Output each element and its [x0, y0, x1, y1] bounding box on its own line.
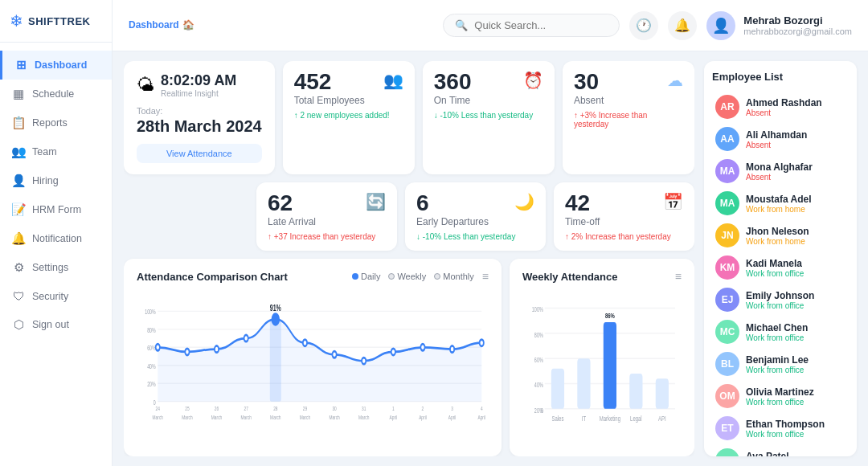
nav-label-hiring: Hiring — [32, 175, 59, 186]
emp-info-5: Kadi Manela Work from office — [746, 258, 804, 278]
legend-monthly[interactable]: Monthly — [434, 272, 474, 281]
sidebar-item-sign-out[interactable]: ⬡ Sign out — [0, 310, 112, 339]
emp-item-10[interactable]: ET Ethan Thompson Work from office — [712, 412, 849, 444]
emp-name-9: Olivia Martinez — [746, 386, 814, 398]
emp-avatar-1: AA — [715, 127, 739, 151]
emp-avatar-0: AR — [715, 95, 739, 119]
emp-item-9[interactable]: OM Olivia Martinez Work from office — [712, 380, 849, 412]
notification-icon: 🔔 — [11, 231, 26, 246]
legend-daily[interactable]: Daily — [352, 272, 380, 281]
weekly-filter-icon[interactable]: ≡ — [675, 270, 682, 283]
sidebar-item-reports[interactable]: 📋 Reports — [0, 108, 112, 137]
emp-item-8[interactable]: BL Benjamin Lee Work from office — [712, 348, 849, 380]
emp-item-7[interactable]: MC Michael Chen Work from office — [712, 316, 849, 348]
search-bar[interactable]: 🔍 — [443, 14, 620, 37]
emp-item-5[interactable]: KM Kadi Manela Work from office — [712, 251, 849, 284]
hiring-icon: 👤 — [11, 174, 26, 188]
sidebar-item-security[interactable]: 🛡 Security — [0, 282, 112, 310]
svg-text:April: April — [477, 413, 485, 421]
user-info[interactable]: 👤 Mehrab Bozorgi mehrabbozorgi@gmail.com — [706, 11, 852, 40]
svg-point-18 — [303, 340, 307, 346]
emp-info-3: Moustafa Adel Work from home — [746, 194, 812, 214]
emp-info-4: Jhon Neleson Work from home — [746, 226, 809, 246]
emp-item-1[interactable]: AA Ali Alhamdan Absent — [712, 123, 849, 155]
svg-text:Sales: Sales — [552, 415, 564, 423]
emp-item-6[interactable]: EJ Emily Johnson Work from office — [712, 284, 849, 316]
svg-text:100%: 100% — [145, 309, 155, 315]
stat-icon-bot-0: 🔄 — [366, 192, 386, 211]
emp-info-7: Michael Chen Work from office — [746, 322, 808, 342]
sidebar-item-notification[interactable]: 🔔 Notification — [0, 224, 112, 253]
svg-text:4: 4 — [481, 404, 483, 411]
svg-point-17 — [272, 314, 279, 325]
stat-card-2: 30 Absent ☁ ↑ +3% Increase than yesterda… — [563, 61, 694, 174]
clock-card: 🌤 8:02:09 AM Realtime Insight Today: 28t… — [124, 61, 275, 174]
emp-info-6: Emily Johnson Work from office — [746, 290, 814, 310]
emp-item-2[interactable]: MA Mona Alghafar Absent — [712, 155, 849, 187]
stat-change-1: ↓ -10% Less than yesterday — [434, 111, 543, 120]
svg-point-24 — [480, 340, 484, 346]
clock-icon-btn[interactable]: 🕐 — [629, 11, 658, 40]
emp-name-6: Emily Johnson — [746, 290, 814, 301]
team-icon: 👥 — [11, 145, 26, 159]
emp-info-11: Ava Patel Work from office — [746, 451, 804, 457]
emp-avatar-6: EJ — [715, 288, 739, 312]
emp-status-1: Absent — [746, 141, 807, 149]
svg-text:March: March — [240, 413, 252, 419]
view-attendance-btn[interactable]: View Attendance — [137, 144, 262, 163]
nav-label-hrm-form: HRM Form — [32, 204, 81, 215]
sidebar-item-schedule[interactable]: ▦ Schedule — [0, 80, 112, 108]
weekly-chart-title: Weekly Attendance — [522, 271, 618, 283]
stat-icon-2: ☁ — [667, 71, 683, 90]
svg-text:0: 0 — [541, 406, 543, 415]
svg-text:80%: 80% — [147, 327, 155, 333]
sidebar-item-team[interactable]: 👥 Team — [0, 137, 112, 166]
sun-icon: 🌤 — [137, 75, 154, 96]
emp-name-8: Benjamin Lee — [746, 354, 809, 366]
sidebar-item-hrm-form[interactable]: 📝 HRM Form — [0, 195, 112, 224]
weekly-chart-card: Weekly Attendance ≡ 100%80%60%40%20%0Sal… — [510, 259, 694, 456]
svg-text:IT: IT — [582, 415, 586, 423]
nav-label-sign-out: Sign out — [32, 319, 69, 330]
svg-text:March: March — [182, 413, 193, 419]
legend-weekly[interactable]: Weekly — [388, 272, 426, 281]
svg-text:March: March — [358, 413, 370, 419]
logo-icon: ❄ — [10, 11, 23, 31]
stat-label-bot-1: Early Departures — [416, 216, 489, 227]
stat-change-0: ↑ 2 new employees added! — [294, 111, 403, 120]
sign-out-icon: ⬡ — [11, 317, 26, 332]
nav-label-schedule: Schedule — [32, 88, 74, 100]
sidebar-item-settings[interactable]: ⚙ Settings — [0, 253, 112, 282]
main-content: 🌤 8:02:09 AM Realtime Insight Today: 28t… — [124, 61, 694, 456]
clock-date: Today: 28th March 2024 — [137, 104, 262, 136]
emp-avatar-7: MC — [715, 320, 739, 344]
emp-info-1: Ali Alhamdan Absent — [746, 129, 807, 149]
bell-icon-btn[interactable]: 🔔 — [668, 11, 697, 40]
search-input[interactable] — [474, 19, 587, 31]
filter-icon[interactable]: ≡ — [482, 270, 489, 283]
sidebar: ❄ SHIFTTREK ⊞ Dashboard▦ Schedule📋 Repor… — [0, 0, 113, 466]
stat-value-1: 360 — [434, 71, 472, 93]
stat-header-bot-2: 42 Time-off 📅 — [565, 192, 683, 227]
svg-text:40%: 40% — [147, 363, 155, 370]
sidebar-item-hiring[interactable]: 👤 Hiring — [0, 166, 112, 195]
nav-label-security: Security — [32, 291, 68, 302]
stats-row-1: 🌤 8:02:09 AM Realtime Insight Today: 28t… — [124, 61, 694, 174]
emp-avatar-5: KM — [715, 255, 739, 280]
svg-text:31: 31 — [362, 404, 366, 411]
reports-icon: 📋 — [11, 116, 26, 130]
sidebar-item-dashboard[interactable]: ⊞ Dashboard — [0, 51, 112, 80]
emp-item-3[interactable]: MA Moustafa Adel Work from home — [712, 187, 849, 219]
logo-text: SHIFTTREK — [28, 15, 90, 27]
svg-text:3: 3 — [451, 404, 453, 411]
stat-card-bottom-0: 62 Late Arrival 🔄 ↑ +37 Increase than ye… — [256, 182, 397, 251]
svg-rect-70 — [656, 378, 669, 409]
svg-text:API: API — [658, 415, 666, 423]
svg-text:April: April — [390, 413, 398, 421]
stat-label-2: Absent — [574, 95, 604, 106]
emp-avatar-8: BL — [715, 352, 739, 376]
emp-item-4[interactable]: JN Jhon Neleson Work from home — [712, 219, 849, 251]
nav-label-settings: Settings — [32, 262, 68, 273]
emp-item-0[interactable]: AR Ahmed Rashdan Absent — [712, 91, 849, 123]
emp-item-11[interactable]: AP Ava Patel Work from office — [712, 444, 849, 456]
